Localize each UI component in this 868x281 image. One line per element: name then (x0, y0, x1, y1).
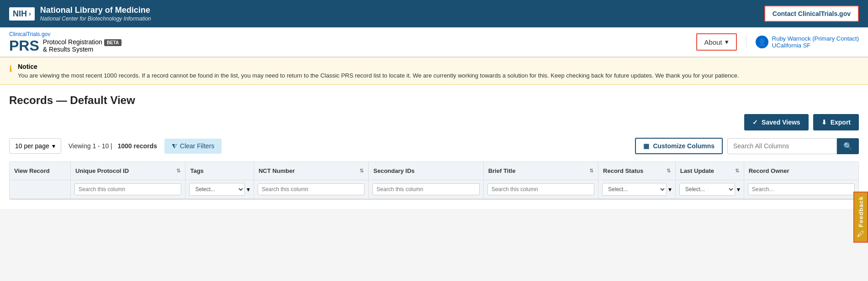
table-search-row: Select... ▾ (10, 180, 858, 199)
records-table-wrapper: View Record Unique Protocol ID ⇅ Tags NC… (9, 161, 859, 200)
col-header-nct-number[interactable]: NCT Number ⇅ (254, 162, 368, 180)
org-main-name: National Library of Medicine (40, 5, 151, 16)
record-status-sort-icon: ⇅ (667, 168, 671, 174)
brief-title-search-input[interactable] (487, 183, 594, 195)
saved-views-button[interactable]: ✓ Saved Views (744, 114, 809, 130)
col-header-view-record: View Record (10, 162, 71, 180)
nct-number-search-input[interactable] (258, 183, 365, 195)
prs-header: ClinicalTrials.gov PRS Protocol Registra… (0, 27, 868, 57)
col-header-record-status[interactable]: Record Status ⇅ (598, 162, 676, 180)
unique-protocol-id-sort-icon: ⇅ (176, 168, 180, 174)
record-owner-search-input[interactable] (748, 183, 855, 195)
customize-columns-button[interactable]: ▦ Customize Columns (635, 138, 723, 154)
col-search-tags: Select... ▾ (185, 180, 254, 199)
search-all-wrapper: 🔍 (727, 138, 859, 154)
user-org: UCalifornia SF (772, 42, 859, 49)
col-search-record-owner (744, 180, 858, 199)
saved-views-check-icon: ✓ (752, 119, 758, 126)
records-table: View Record Unique Protocol ID ⇅ Tags NC… (10, 162, 858, 199)
about-chevron-icon: ▾ (725, 38, 729, 46)
customize-columns-label: Customize Columns (653, 142, 715, 150)
record-status-chevron-icon: ▾ (668, 186, 672, 193)
export-label: Export (831, 119, 851, 126)
col-search-last-update: Select... ▾ (675, 180, 744, 199)
clear-filters-button[interactable]: ⧨ Clear Filters (164, 139, 222, 154)
nih-org-text: National Library of Medicine National Ce… (40, 5, 151, 22)
user-name: Ruby Warnock (Primary Contact) (772, 35, 859, 42)
saved-views-label: Saved Views (762, 119, 800, 126)
page-title: Records — Default View (9, 94, 859, 107)
nih-chevron-icon: › (29, 10, 31, 17)
notice-content: Notice You are viewing the most recent 1… (18, 63, 739, 79)
export-button[interactable]: ⬇ Export (813, 114, 859, 130)
toolbar-row: ✓ Saved Views ⬇ Export (9, 114, 859, 130)
prs-subtitle-line1: Protocol Registration (43, 38, 102, 46)
about-label: About (704, 38, 722, 46)
per-page-label: 10 per page (15, 142, 49, 150)
viewing-range-text: Viewing 1 - 10 | 1000 records (69, 142, 157, 150)
prs-subtitle-block: Protocol Registration BETA & Results Sys… (43, 38, 122, 53)
nih-badge: NIH › (9, 7, 35, 21)
prs-logo: ClinicalTrials.gov PRS Protocol Registra… (9, 30, 122, 54)
search-icon: 🔍 (843, 142, 852, 150)
col-search-brief-title (483, 180, 598, 199)
prs-label: PRS (9, 37, 39, 54)
user-details: Ruby Warnock (Primary Contact) UCaliforn… (772, 35, 859, 49)
contact-clinicaltrials-button[interactable]: Contact ClinicalTrials.gov (764, 5, 859, 22)
filter-icon: ⧨ (172, 142, 177, 150)
per-page-chevron-icon: ▾ (52, 142, 55, 150)
unique-protocol-id-search-input[interactable] (74, 183, 181, 195)
clinicaltrials-link[interactable]: ClinicalTrials.gov (9, 31, 50, 37)
record-count: 1000 records (117, 142, 157, 150)
col-header-last-update[interactable]: Last Update ⇅ (675, 162, 744, 180)
org-sub-name: National Center for Biotechnology Inform… (40, 16, 151, 22)
col-search-unique-protocol-id (71, 180, 185, 199)
top-navigation: NIH › National Library of Medicine Natio… (0, 0, 868, 27)
last-update-sort-icon: ⇅ (735, 168, 739, 174)
per-page-selector[interactable]: 10 per page ▾ (9, 138, 61, 154)
notice-banner: ℹ Notice You are viewing the most recent… (0, 57, 868, 85)
prs-header-right: About ▾ 👤 Ruby Warnock (Primary Contact)… (696, 33, 859, 51)
viewing-label: Viewing 1 - 10 | (69, 142, 112, 150)
notice-title: Notice (18, 63, 739, 70)
col-header-unique-protocol-id[interactable]: Unique Protocol ID ⇅ (71, 162, 185, 180)
prs-title-row: PRS Protocol Registration BETA & Results… (9, 37, 122, 54)
main-content: Records — Default View ✓ Saved Views ⬇ E… (0, 85, 868, 209)
customize-columns-icon: ▦ (643, 142, 649, 150)
secondary-ids-search-input[interactable] (372, 183, 479, 195)
prs-logo-left: ClinicalTrials.gov PRS Protocol Registra… (9, 30, 122, 54)
col-header-tags: Tags (185, 162, 254, 180)
tags-select[interactable]: Select... (189, 183, 244, 196)
feedback-tab[interactable]: Feedback 🖊 (853, 192, 868, 209)
filter-bar: 10 per page ▾ Viewing 1 - 10 | 1000 reco… (9, 138, 859, 154)
user-info: 👤 Ruby Warnock (Primary Contact) UCalifo… (746, 35, 859, 49)
prs-subtitle-line2: & Results System (43, 46, 122, 53)
about-button[interactable]: About ▾ (696, 33, 737, 51)
last-update-select[interactable]: Select... (679, 183, 735, 196)
search-all-button[interactable]: 🔍 (837, 138, 859, 154)
col-search-secondary-ids (369, 180, 483, 199)
nih-text: NIH (13, 9, 27, 19)
record-status-select[interactable]: Select... (602, 183, 667, 196)
col-search-record-status: Select... ▾ (598, 180, 676, 199)
col-search-nct-number (254, 180, 368, 199)
export-download-icon: ⬇ (821, 119, 827, 126)
nct-number-sort-icon: ⇅ (360, 168, 364, 174)
table-header-row: View Record Unique Protocol ID ⇅ Tags NC… (10, 162, 858, 180)
notice-text: You are viewing the most recent 1000 rec… (18, 72, 739, 79)
filter-bar-right: ▦ Customize Columns 🔍 (635, 138, 859, 154)
search-all-input[interactable] (727, 138, 837, 154)
last-update-chevron-icon: ▾ (737, 186, 740, 193)
brief-title-sort-icon: ⇅ (589, 168, 593, 174)
beta-badge: BETA (104, 39, 122, 46)
col-header-brief-title[interactable]: Brief Title ⇅ (483, 162, 598, 180)
col-header-record-owner: Record Owner (744, 162, 858, 180)
notice-icon: ℹ (9, 64, 12, 79)
user-icon: 👤 (756, 36, 768, 48)
col-search-view-record (10, 180, 71, 199)
nih-logo: NIH › National Library of Medicine Natio… (9, 5, 151, 22)
col-header-secondary-ids: Secondary IDs (369, 162, 483, 180)
feedback-label: Feedback (857, 196, 864, 209)
clear-filters-label: Clear Filters (180, 142, 214, 150)
tags-select-chevron-icon: ▾ (247, 186, 250, 193)
